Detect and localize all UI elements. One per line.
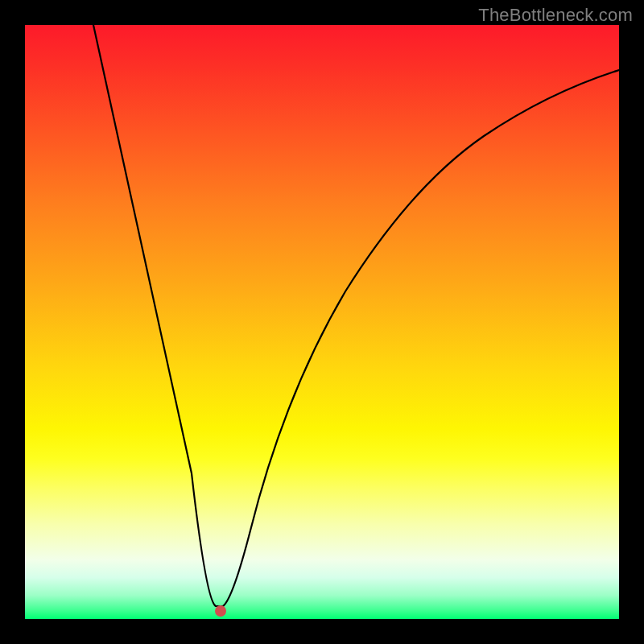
root: TheBottleneck.com — [0, 0, 644, 644]
minimum-marker-dot — [215, 605, 226, 617]
curve-svg — [25, 25, 619, 619]
curve-path — [93, 25, 619, 606]
attribution-text: TheBottleneck.com — [478, 5, 633, 26]
